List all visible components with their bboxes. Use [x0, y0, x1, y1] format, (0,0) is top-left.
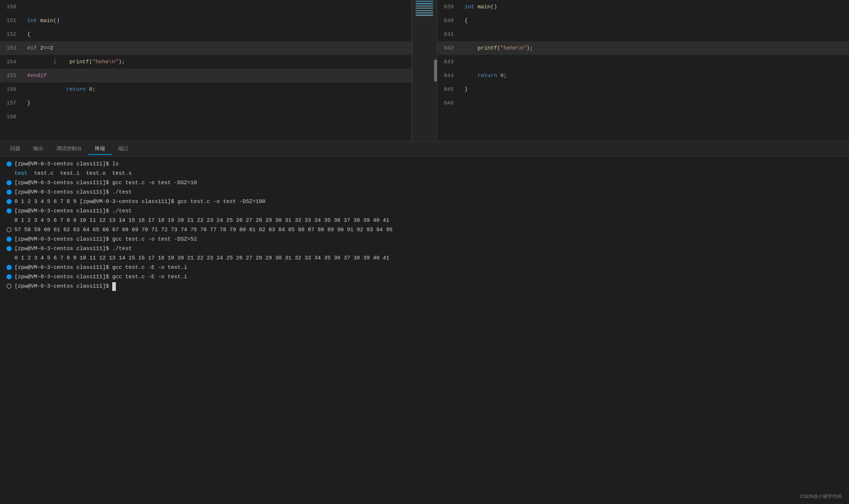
code-block-left: 150 151 int main() 152 { 153 #if 2==2: [0, 0, 412, 141]
terminal-line-12: [zpw@VM-0-3-centos class111]$ gcc test.c…: [7, 263, 842, 272]
bullet-12: [7, 265, 12, 270]
line-num-156: 156: [0, 86, 24, 93]
terminal-line-6: [zpw@VM-0-3-centos class111]$ ./test: [7, 207, 842, 216]
line-num-845: 845: [437, 86, 461, 93]
code-panel-left[interactable]: 150 151 int main() 152 { 153 #if 2==2: [0, 0, 412, 141]
terminal-text-10: [zpw@VM-0-3-centos class111]$ ./test: [14, 245, 132, 253]
terminal-line-5: 0 1 2 3 4 5 6 7 8 9 [zpw@VM-0-3-centos c…: [7, 198, 842, 206]
line-content-152: {: [24, 31, 412, 38]
line-num-158: 158: [0, 114, 24, 120]
code-line-153: 153 #if 2==2: [0, 41, 412, 55]
code-line-842: 842 printf("hehe\n");: [437, 41, 849, 55]
code-line-844: 844 return 0;: [437, 69, 849, 82]
code-line-845: 845 }: [437, 82, 849, 96]
line-content-844: return 0;: [461, 73, 849, 79]
line-num-844: 844: [437, 73, 461, 79]
terminal-line-11: 0 1 2 3 4 5 6 7 8 9 10 11 12 13 14 15 16…: [7, 254, 842, 263]
bullet-5: [7, 199, 12, 204]
bullet-13: [7, 274, 12, 279]
terminal-line-4: [zpw@VM-0-3-centos class111]$ ./test: [7, 188, 842, 197]
bullet-6: [7, 208, 12, 213]
code-line-158: 158: [0, 110, 412, 124]
line-content-157: }: [24, 100, 412, 106]
bullet-3: [7, 180, 12, 185]
code-line-840: 840 {: [437, 14, 849, 27]
tab-terminal[interactable]: 终端: [88, 143, 112, 155]
bullet-8: [7, 227, 12, 232]
code-panel-right[interactable]: 839 int main() 840 { 841 842 printf("heh…: [437, 0, 849, 141]
line-num-842: 842: [437, 45, 461, 51]
code-line-154: 154 | printf("hehe\n");: [0, 55, 412, 69]
terminal-text-4: [zpw@VM-0-3-centos class111]$ ./test: [14, 188, 132, 197]
terminal-text-1: [zpw@VM-0-3-centos class111]$ ls: [14, 160, 119, 169]
bullet-1: [7, 161, 12, 166]
line-content-842: printf("hehe\n");: [461, 45, 849, 51]
tab-problems[interactable]: 问题: [4, 143, 27, 155]
code-line-156: 156 return 0;: [0, 82, 412, 96]
terminal-text-7: 0 1 2 3 4 5 6 7 8 9 10 11 12 13 14 15 16…: [14, 216, 389, 225]
minimap-content: [416, 0, 434, 141]
terminal-text-14: [zpw@VM-0-3-centos class111]$: [14, 282, 116, 291]
terminal-line-8: 57 58 59 60 61 62 63 64 65 66 67 68 69 7…: [7, 226, 842, 234]
minimap-scrollbar[interactable]: [434, 60, 437, 81]
code-line-839: 839 int main(): [437, 0, 849, 14]
tab-debug-console[interactable]: 调试控制台: [50, 143, 88, 155]
terminal-text-5: 0 1 2 3 4 5 6 7 8 9 [zpw@VM-0-3-centos c…: [14, 198, 265, 206]
terminal-text-13: [zpw@VM-0-3-centos class111]$ gcc test.c…: [14, 273, 187, 281]
line-content-151: int main(): [24, 18, 412, 24]
terminal-line-7: 0 1 2 3 4 5 6 7 8 9 10 11 12 13 14 15 16…: [7, 216, 842, 225]
terminal-text-9: [zpw@VM-0-3-centos class111]$ gcc test.c…: [14, 235, 197, 244]
line-content-156: return 0;: [24, 86, 412, 93]
tab-ports[interactable]: 端口: [112, 143, 135, 155]
line-num-154: 154: [0, 59, 24, 65]
terminal-line-13: [zpw@VM-0-3-centos class111]$ gcc test.c…: [7, 273, 842, 281]
terminal-line-3: [zpw@VM-0-3-centos class111]$ gcc test.c…: [7, 179, 842, 187]
terminal-text-2: test test.c test.i test.o test.s: [14, 169, 132, 178]
line-num-157: 157: [0, 100, 24, 106]
line-num-152: 152: [0, 31, 24, 38]
terminal-line-14: [zpw@VM-0-3-centos class111]$: [7, 282, 842, 291]
line-num-840: 840: [437, 18, 461, 24]
code-line-155: 155 #endif: [0, 69, 412, 82]
tab-bar: 问题 输出 调试控制台 终端 端口: [0, 141, 849, 156]
line-num-151: 151: [0, 18, 24, 24]
line-content-845: }: [461, 86, 849, 93]
code-line-846: 846: [437, 96, 849, 110]
bullet-14: [7, 284, 12, 289]
bullet-9: [7, 237, 12, 242]
line-num-843: 843: [437, 59, 461, 65]
terminal-text-6: [zpw@VM-0-3-centos class111]$ ./test: [14, 207, 132, 216]
code-line-157: 157 }: [0, 96, 412, 110]
line-num-153: 153: [0, 45, 24, 51]
minimap: [412, 0, 437, 141]
line-num-150: 150: [0, 4, 24, 10]
line-content-153: #if 2==2: [24, 45, 412, 51]
watermark: CSDN@小箱学代码: [800, 493, 842, 500]
minimap-image: [416, 1, 433, 30]
code-line-843: 843: [437, 55, 849, 69]
terminal-text-8: 57 58 59 60 61 62 63 64 65 66 67 68 69 7…: [14, 226, 392, 234]
terminal-text-3: [zpw@VM-0-3-centos class111]$ gcc test.c…: [14, 179, 197, 187]
tab-output[interactable]: 输出: [27, 143, 50, 155]
bullet-4: [7, 190, 12, 195]
code-line-151: 151 int main(): [0, 14, 412, 27]
terminal-line-1: [zpw@VM-0-3-centos class111]$ ls: [7, 160, 842, 169]
editor-area: 150 151 int main() 152 { 153 #if 2==2: [0, 0, 849, 141]
terminal-text-12: [zpw@VM-0-3-centos class111]$ gcc test.c…: [14, 263, 187, 272]
line-content-839: int main(): [461, 4, 849, 10]
line-num-155: 155: [0, 73, 24, 79]
code-line-150: 150: [0, 0, 412, 14]
code-line-152: 152 {: [0, 27, 412, 41]
code-line-841: 841: [437, 27, 849, 41]
terminal-line-2: test test.c test.i test.o test.s: [7, 169, 842, 178]
line-num-846: 846: [437, 100, 461, 106]
terminal-line-9: [zpw@VM-0-3-centos class111]$ gcc test.c…: [7, 235, 842, 244]
code-block-right: 839 int main() 840 { 841 842 printf("heh…: [437, 0, 849, 141]
line-num-839: 839: [437, 4, 461, 10]
line-num-841: 841: [437, 31, 461, 38]
line-content-154: | printf("hehe\n");: [24, 59, 412, 65]
bullet-10: [7, 246, 12, 251]
terminal-area[interactable]: [zpw@VM-0-3-centos class111]$ ls test te…: [0, 156, 849, 446]
line-content-155: #endif: [24, 73, 412, 79]
terminal-text-11: 0 1 2 3 4 5 6 7 8 9 10 11 12 13 14 15 16…: [14, 254, 389, 263]
